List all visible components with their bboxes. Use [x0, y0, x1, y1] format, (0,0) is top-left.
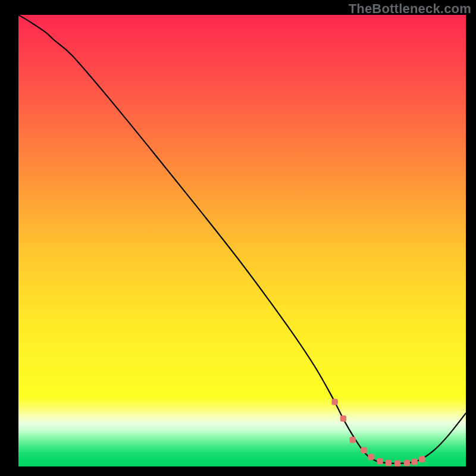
curve-marker: [394, 461, 401, 467]
curve-marker: [349, 437, 356, 443]
curve-marker: [331, 399, 338, 405]
curve-marker: [340, 415, 347, 422]
curve-marker: [361, 447, 367, 453]
curve-marker: [386, 460, 392, 466]
chart-stage: TheBottleneck.com: [0, 0, 476, 476]
watermark-text: TheBottleneck.com: [349, 1, 471, 17]
bottleneck-curve-chart: [0, 0, 476, 476]
curve-marker: [403, 460, 410, 466]
curve-marker: [377, 458, 383, 465]
plot-background: [18, 15, 466, 466]
curve-marker: [411, 459, 418, 465]
curve-marker: [368, 454, 374, 461]
curve-marker: [419, 456, 425, 463]
